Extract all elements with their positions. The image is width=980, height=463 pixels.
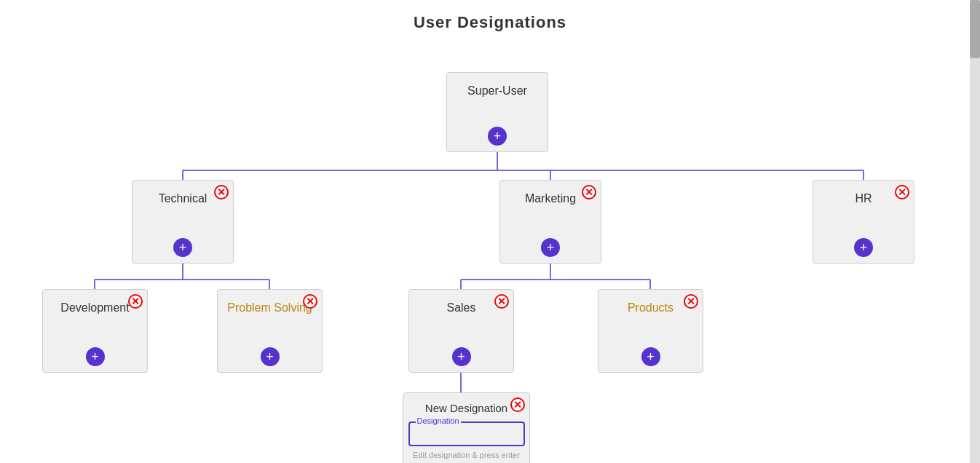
problemsolving-label: Problem Solving: [227, 301, 312, 314]
development-remove-button[interactable]: ✕: [128, 294, 143, 309]
hr-remove-button[interactable]: ✕: [895, 185, 909, 199]
node-problemsolving: ✕ Problem Solving: [217, 289, 323, 373]
superuser-add-button[interactable]: [488, 127, 507, 146]
node-technical: ✕ Technical: [132, 180, 234, 264]
node-hr: ✕ HR: [813, 180, 914, 264]
node-marketing: ✕ Marketing: [499, 180, 601, 264]
marketing-label: Marketing: [525, 192, 576, 205]
node-sales: ✕ Sales: [408, 289, 514, 373]
problemsolving-remove-button[interactable]: ✕: [303, 294, 317, 309]
development-add-button[interactable]: [86, 347, 105, 366]
products-add-button[interactable]: [641, 347, 660, 366]
hr-label: HR: [855, 192, 872, 205]
sales-label: Sales: [446, 301, 475, 314]
products-remove-button[interactable]: ✕: [684, 294, 698, 309]
node-development: ✕ Development: [42, 289, 148, 373]
problemsolving-add-button[interactable]: [261, 347, 280, 366]
node-products: ✕ Products: [598, 289, 703, 373]
hint-text: Edit designation & press enter: [413, 451, 520, 459]
technical-remove-button[interactable]: ✕: [214, 185, 229, 199]
sales-add-button[interactable]: [452, 347, 471, 366]
superuser-label: Super-User: [467, 84, 527, 98]
tree-container: Super-User ✕ Technical ✕ Marketing ✕ HR …: [9, 39, 971, 463]
newdesignation-remove-button[interactable]: ✕: [510, 397, 525, 412]
designation-input[interactable]: [416, 428, 518, 440]
marketing-remove-button[interactable]: ✕: [582, 185, 596, 199]
designation-field-label: Designation: [416, 416, 461, 425]
technical-label: Technical: [159, 192, 208, 205]
new-designation-title: New Designation: [425, 402, 507, 414]
marketing-add-button[interactable]: [541, 238, 560, 257]
page-title: User Designations: [0, 0, 980, 39]
products-label: Products: [628, 301, 673, 314]
hr-add-button[interactable]: [854, 238, 873, 257]
designation-field-wrapper: Designation: [408, 422, 525, 446]
scrollbar-thumb[interactable]: [970, 0, 980, 58]
node-superuser: Super-User: [446, 72, 548, 152]
scrollbar-track[interactable]: [970, 0, 980, 463]
sales-remove-button[interactable]: ✕: [494, 294, 509, 309]
technical-add-button[interactable]: [173, 238, 192, 257]
development-label: Development: [60, 301, 129, 314]
new-designation-card: ✕ New Designation Designation Edit desig…: [403, 392, 530, 463]
